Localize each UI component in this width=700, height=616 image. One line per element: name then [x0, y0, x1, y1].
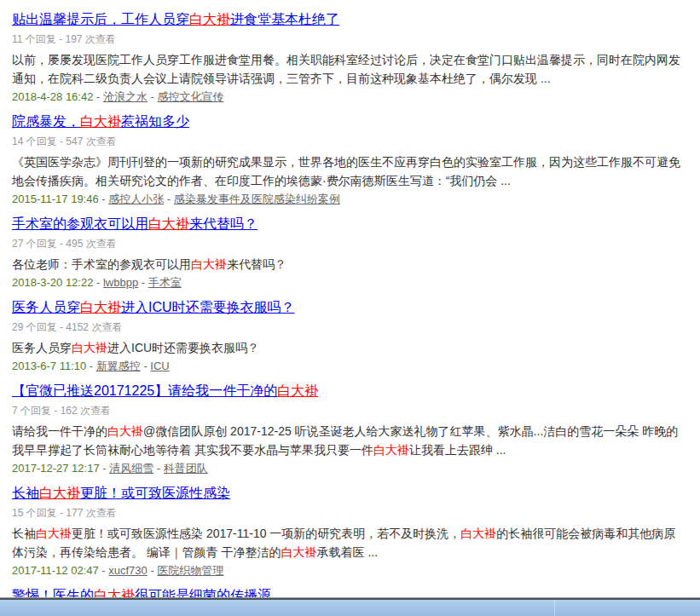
keyword-highlight: 白大褂	[148, 216, 189, 231]
meta-separator: -	[93, 276, 103, 289]
text-segment: 院感暴发，	[12, 114, 80, 129]
post-date: 2013-6-7 11:10	[12, 360, 86, 372]
result-meta: 2017-11-12 02:47 - xucf730 - 医院织物管理	[12, 563, 685, 578]
text-segment: 长袖	[12, 527, 36, 540]
result-stats: 29 个回复 - 4152 次查看	[12, 322, 685, 333]
result-snippet: 《英国医学杂志》周刊刊登的一项新的研究成果显示，世界各地的医生不应再穿白色的实验…	[12, 153, 685, 190]
result-stats: 7 个回复 - 162 次查看	[12, 406, 685, 417]
text-segment: 让我看上去跟绅 ...	[409, 443, 506, 457]
keyword-highlight: 白大褂	[107, 424, 143, 438]
author-link[interactable]: 新翼感控	[96, 360, 141, 372]
window-status-bar	[0, 598, 700, 616]
result-snippet: 医务人员穿白大褂进入ICU时还需要换衣服吗？	[12, 338, 685, 357]
text-segment: 进入ICU时还需要换衣服吗？	[121, 300, 295, 314]
result-snippet: 请给我一件干净的白大褂@微信团队原创 2017-12-25 听说圣诞老人给大家送…	[12, 422, 685, 459]
result-stats: 15 个回复 - 177 次查看	[12, 508, 685, 519]
keyword-highlight: 白大褂	[191, 257, 227, 271]
text-segment: 医务人员穿	[12, 341, 72, 354]
result-title-link[interactable]: 院感暴发，白大褂惹祸知多少	[12, 112, 189, 131]
result-title-link[interactable]: 手术室的参观衣可以用白大褂来代替吗？	[12, 215, 257, 233]
meta-separator: -	[138, 276, 148, 289]
author-link[interactable]: 沧浪之水	[103, 90, 148, 103]
result-stats: 14 个回复 - 547 次查看	[12, 136, 685, 147]
meta-separator: -	[148, 564, 158, 577]
text-segment: 医务人员穿	[12, 300, 80, 314]
post-date: 2015-11-17 19:46	[12, 193, 99, 205]
text-segment: 手术室的参观衣可以用	[12, 216, 148, 231]
text-segment: 来代替吗？	[189, 216, 257, 231]
author-link[interactable]: 感控人小张	[108, 193, 164, 205]
result-item: 医务人员穿白大褂进入ICU时还需要换衣服吗？29 个回复 - 4152 次查看医…	[12, 298, 685, 373]
post-date: 2018-4-28 16:42	[12, 90, 93, 103]
meta-separator: -	[93, 90, 103, 103]
keyword-highlight: 白大褂	[189, 12, 230, 26]
text-segment: 《英国医学杂志》周刊刊登的一项新的研究成果显示，世界各地的医生不应再穿白色的实验…	[12, 155, 680, 187]
text-segment: 更脏！或可致医源性感染	[80, 486, 230, 500]
text-segment: 以前，屡屡发现医院工作人员穿工作服进食堂用餐。相关职能科室经过讨论后，决定在食堂…	[12, 53, 680, 85]
text-segment: 进食堂基本杜绝了	[230, 12, 339, 26]
result-item: 手术室的参观衣可以用白大褂来代替吗？27 个回复 - 495 次查看各位老师：手…	[12, 215, 685, 290]
forum-link[interactable]: 科普团队	[164, 462, 208, 475]
post-date: 2018-3-20 12:22	[12, 276, 93, 289]
result-title-link[interactable]: 医务人员穿白大褂进入ICU时还需要换衣服吗？	[12, 298, 295, 317]
result-meta: 2017-12-27 12:17 - 清风细雪 - 科普团队	[12, 461, 685, 475]
result-snippet: 以前，屡屡发现医院工作人员穿工作服进食堂用餐。相关职能科室经过讨论后，决定在食堂…	[12, 50, 685, 88]
post-date: 2017-12-27 12:17	[12, 462, 100, 475]
result-item: 长袖白大褂更脏！或可致医源性感染15 个回复 - 177 次查看长袖白大褂更脏！…	[12, 484, 685, 578]
text-segment: 进入ICU时还需要换衣服吗？	[107, 341, 259, 354]
keyword-highlight: 白大褂	[36, 527, 72, 540]
result-snippet: 长袖白大褂更脏！或可致医源性感染 2017-11-10 一项新的研究表明，若不及…	[12, 524, 685, 561]
keyword-highlight: 白大褂	[80, 300, 121, 314]
result-snippet: 各位老师：手术室的参观衣可以用白大褂来代替吗？	[12, 255, 685, 273]
text-segment: 贴出温馨提示后，工作人员穿	[12, 12, 189, 26]
text-segment: 承载着医 ...	[317, 545, 379, 559]
text-segment: 请给我一件干净的	[12, 424, 107, 438]
author-link[interactable]: 清风细雪	[109, 462, 153, 475]
keyword-highlight: 白大褂	[72, 341, 107, 354]
author-link[interactable]: xucf730	[108, 564, 148, 577]
text-segment: 惹祸知多少	[121, 114, 189, 129]
meta-separator: -	[86, 360, 96, 372]
keyword-highlight: 白大褂	[39, 486, 80, 500]
result-stats: 27 个回复 - 495 次查看	[12, 239, 685, 250]
result-meta: 2018-3-20 12:22 - lwbbpp - 手术室	[12, 275, 685, 290]
post-date: 2017-11-12 02:47	[12, 564, 99, 577]
forum-link[interactable]: 手术室	[148, 276, 182, 289]
result-meta: 2015-11-17 19:46 - 感控人小张 - 感染暴发事件及医院感染纠纷…	[12, 192, 685, 206]
forum-link[interactable]: 感染暴发事件及医院感染纠纷案例	[174, 193, 340, 205]
result-title-link[interactable]: 贴出温馨提示后，工作人员穿白大褂进食堂基本杜绝了	[12, 10, 339, 29]
result-item: 【官微已推送20171225】请给我一件干净的白大褂7 个回复 - 162 次查…	[12, 382, 685, 475]
keyword-highlight: 白大褂	[373, 443, 409, 457]
keyword-highlight: 白大褂	[277, 383, 318, 398]
meta-separator: -	[99, 564, 109, 577]
keyword-highlight: 白大褂	[281, 545, 317, 559]
forum-link[interactable]: 感控文化宣传	[158, 90, 224, 103]
result-stats: 11 个回复 - 197 次查看	[12, 34, 685, 45]
text-segment: 【官微已推送20171225】请给我一件干净的	[12, 383, 277, 398]
result-meta: 2018-4-28 16:42 - 沧浪之水 - 感控文化宣传	[12, 89, 685, 104]
text-segment: 长袖	[12, 486, 39, 500]
result-title-link[interactable]: 【官微已推送20171225】请给我一件干净的白大褂	[12, 382, 318, 400]
meta-separator: -	[99, 193, 109, 205]
result-item: 院感暴发，白大褂惹祸知多少14 个回复 - 547 次查看《英国医学杂志》周刊刊…	[12, 112, 685, 206]
keyword-highlight: 白大褂	[80, 114, 121, 129]
meta-separator: -	[164, 193, 174, 205]
keyword-highlight: 白大褂	[460, 527, 496, 540]
results-list: 贴出温馨提示后，工作人员穿白大褂进食堂基本杜绝了11 个回复 - 197 次查看…	[12, 10, 685, 610]
forum-link[interactable]: ICU	[150, 360, 169, 372]
status-bar-pane-separator	[554, 600, 555, 616]
result-item: 贴出温馨提示后，工作人员穿白大褂进食堂基本杜绝了11 个回复 - 197 次查看…	[12, 10, 685, 104]
result-title-link[interactable]: 长袖白大褂更脏！或可致医源性感染	[12, 484, 230, 503]
meta-separator: -	[153, 462, 164, 475]
meta-separator: -	[100, 462, 110, 475]
text-segment: 各位老师：手术室的参观衣可以用	[12, 257, 191, 271]
search-results-page: 贴出温馨提示后，工作人员穿白大褂进食堂基本杜绝了11 个回复 - 197 次查看…	[0, 0, 700, 610]
text-segment: 来代替吗？	[227, 257, 286, 271]
meta-separator: -	[148, 90, 158, 103]
meta-separator: -	[141, 360, 151, 372]
text-segment: 更脏！或可致医源性感染 2017-11-10 一项新的研究表明，若不及时换洗，	[72, 527, 460, 540]
author-link[interactable]: lwbbpp	[103, 276, 138, 289]
result-meta: 2013-6-7 11:10 - 新翼感控 - ICU	[12, 359, 685, 373]
forum-link[interactable]: 医院织物管理	[157, 564, 223, 577]
